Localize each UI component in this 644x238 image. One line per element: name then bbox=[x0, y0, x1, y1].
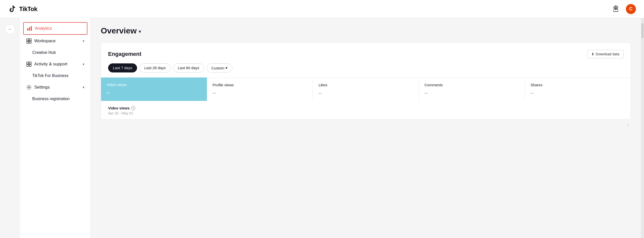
svg-text:♪: ♪ bbox=[9, 6, 12, 12]
metric-tile-video-views[interactable]: Video views -- bbox=[101, 77, 207, 101]
overview-title: Overview bbox=[101, 26, 137, 35]
video-views-value: -- bbox=[107, 90, 201, 96]
video-views-section-label: Video views i bbox=[108, 106, 624, 110]
engagement-title: Engagement bbox=[108, 51, 141, 57]
date-filter-custom[interactable]: Custom ▾ bbox=[207, 63, 232, 72]
date-filter-group: Last 7 days Last 28 days Last 60 days Cu… bbox=[108, 63, 624, 72]
tiktok-logo: ♪ TikTok bbox=[8, 5, 37, 14]
svg-rect-11 bbox=[27, 64, 29, 66]
sidebar: Analytics Workspace ▾ Creative Hub bbox=[20, 18, 91, 238]
engagement-header: Engagement ⬇ Download data bbox=[108, 50, 624, 58]
custom-dropdown-icon: ▾ bbox=[226, 66, 228, 70]
workspace-icon bbox=[26, 38, 32, 44]
creative-hub-label: Creative Hub bbox=[32, 50, 56, 55]
engagement-card: Engagement ⬇ Download data Last 7 days L… bbox=[101, 43, 631, 120]
video-views-section: Video views i Apr 25 - May 01 bbox=[108, 101, 624, 119]
video-views-text: Video views bbox=[108, 106, 130, 110]
collapsed-left-nav: ← bbox=[0, 18, 20, 238]
profile-views-label: Profile views bbox=[213, 83, 307, 87]
svg-rect-10 bbox=[29, 62, 31, 64]
sidebar-item-activity-support[interactable]: Activity & support ▾ bbox=[20, 58, 90, 70]
likes-label: Likes bbox=[318, 83, 413, 87]
main-layout: ← Analytics bbox=[0, 18, 644, 238]
metric-tile-profile-views[interactable]: Profile views -- bbox=[207, 77, 313, 101]
activity-support-label: Activity & support bbox=[34, 62, 67, 67]
scrollbar-thumb[interactable] bbox=[641, 23, 643, 38]
overview-dropdown-icon[interactable]: ▾ bbox=[139, 28, 141, 34]
activity-support-icon bbox=[26, 61, 32, 67]
svg-rect-9 bbox=[27, 62, 29, 64]
sidebar-item-settings[interactable]: Settings ▾ bbox=[20, 81, 90, 94]
workspace-label: Workspace bbox=[34, 38, 56, 44]
svg-rect-8 bbox=[29, 41, 31, 43]
metric-tile-shares[interactable]: Shares -- bbox=[525, 77, 631, 101]
business-registration-label: Business registration bbox=[32, 97, 70, 101]
likes-value: -- bbox=[318, 90, 413, 96]
tiktok-icon: ♪ bbox=[8, 5, 17, 14]
upload-button[interactable] bbox=[611, 4, 621, 14]
overview-header: Overview ▾ bbox=[101, 26, 631, 35]
page-number: 4 bbox=[627, 123, 629, 127]
sidebar-item-business-registration[interactable]: Business registration bbox=[20, 94, 90, 104]
svg-rect-2 bbox=[27, 28, 28, 31]
user-avatar[interactable]: C bbox=[626, 4, 636, 14]
video-views-date-range: Apr 25 - May 01 bbox=[108, 111, 624, 115]
bar-chart-icon bbox=[27, 26, 32, 31]
svg-point-13 bbox=[28, 87, 30, 88]
sidebar-item-tiktok-for-business[interactable]: TikTok For Business bbox=[20, 70, 90, 81]
main-content: Overview ▾ Engagement ⬇ Download data La… bbox=[91, 18, 641, 238]
comments-value: -- bbox=[425, 90, 519, 96]
scrollbar[interactable] bbox=[641, 18, 644, 238]
download-icon: ⬇ bbox=[591, 52, 594, 56]
workspace-chevron: ▾ bbox=[83, 39, 84, 43]
tiktok-for-business-label: TikTok For Business bbox=[32, 73, 68, 78]
comments-label: Comments bbox=[425, 83, 519, 87]
back-button[interactable]: ← bbox=[5, 24, 15, 34]
shares-value: -- bbox=[530, 90, 625, 96]
app-name: TikTok bbox=[19, 6, 37, 13]
download-label: Download data bbox=[596, 52, 619, 56]
settings-label: Settings bbox=[34, 85, 50, 90]
activity-support-chevron: ▾ bbox=[83, 62, 84, 66]
svg-rect-5 bbox=[27, 39, 29, 41]
video-views-label: Video views bbox=[107, 83, 201, 87]
sidebar-item-analytics[interactable]: Analytics bbox=[23, 22, 87, 35]
svg-rect-6 bbox=[29, 39, 31, 41]
settings-chevron: ▾ bbox=[83, 85, 84, 89]
metric-tile-comments[interactable]: Comments -- bbox=[419, 77, 525, 101]
nav-right-actions: C bbox=[611, 4, 636, 14]
metric-tiles-row: Video views -- Profile views -- Likes --… bbox=[101, 77, 631, 101]
svg-rect-7 bbox=[27, 41, 29, 43]
settings-icon bbox=[26, 85, 32, 90]
profile-views-value: -- bbox=[213, 90, 307, 96]
download-data-button[interactable]: ⬇ Download data bbox=[587, 50, 624, 58]
svg-rect-4 bbox=[31, 26, 32, 31]
analytics-label: Analytics bbox=[35, 26, 52, 31]
top-navigation: ♪ TikTok C bbox=[0, 0, 644, 18]
date-filter-60days[interactable]: Last 60 days bbox=[173, 63, 204, 72]
date-filter-28days[interactable]: Last 28 days bbox=[140, 63, 171, 72]
info-icon[interactable]: i bbox=[131, 106, 135, 110]
svg-rect-12 bbox=[29, 64, 31, 66]
sidebar-item-creative-hub[interactable]: Creative Hub bbox=[20, 47, 90, 58]
sidebar-item-workspace[interactable]: Workspace ▾ bbox=[20, 35, 90, 47]
shares-label: Shares bbox=[530, 83, 625, 87]
metric-tile-likes[interactable]: Likes -- bbox=[313, 77, 419, 101]
svg-rect-3 bbox=[29, 27, 30, 31]
date-filter-7days[interactable]: Last 7 days bbox=[108, 63, 137, 72]
